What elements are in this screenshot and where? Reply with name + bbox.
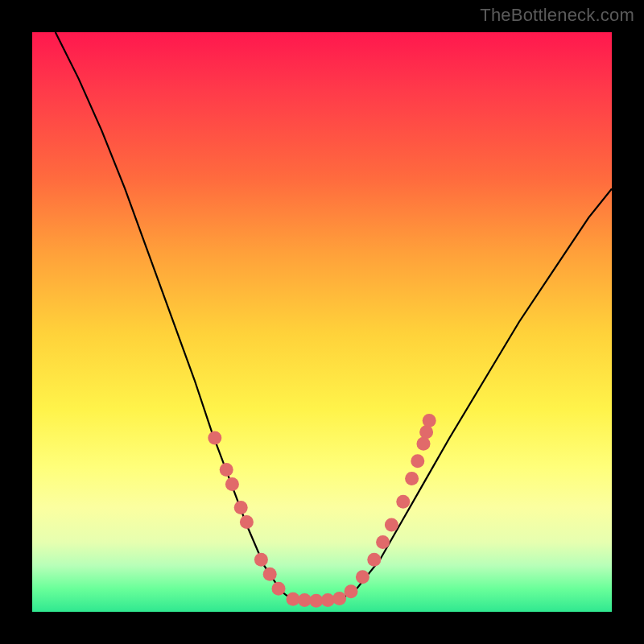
data-marker xyxy=(356,570,369,584)
data-marker xyxy=(272,582,286,596)
data-marker xyxy=(417,437,431,451)
data-marker xyxy=(321,593,335,607)
data-marker xyxy=(234,501,248,514)
data-marker xyxy=(263,568,277,581)
data-marker xyxy=(220,463,233,477)
data-marker xyxy=(396,495,410,509)
data-marker xyxy=(411,454,424,468)
data-marker xyxy=(385,518,398,532)
data-marker xyxy=(225,477,239,491)
attribution-text: TheBottleneck.com xyxy=(480,5,634,26)
data-marker xyxy=(376,535,390,549)
bottleneck-curve-chart xyxy=(32,32,612,612)
v-curve xyxy=(56,32,612,601)
data-markers xyxy=(208,414,436,608)
data-marker xyxy=(367,553,381,567)
data-marker xyxy=(254,553,268,567)
chart-frame xyxy=(32,32,612,612)
data-marker xyxy=(419,425,433,439)
data-marker xyxy=(423,414,436,427)
data-marker xyxy=(405,472,419,485)
data-marker xyxy=(345,584,358,598)
data-marker xyxy=(287,592,300,606)
data-marker xyxy=(332,592,346,605)
data-marker xyxy=(208,431,221,445)
data-marker xyxy=(240,515,254,529)
